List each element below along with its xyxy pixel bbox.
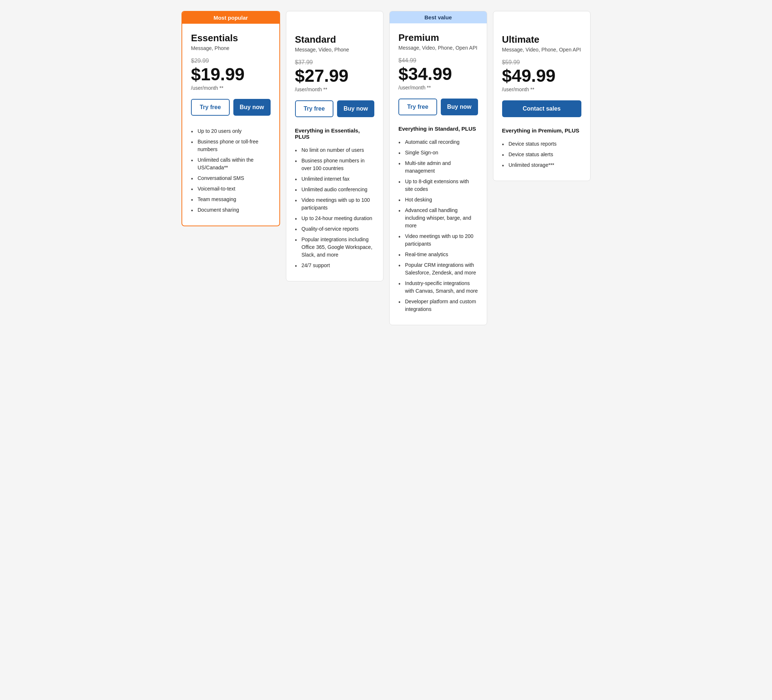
premium-feature-list: Automatic call recordingSingle Sign-onMu… <box>398 137 478 315</box>
standard-feature-7: Popular integrations including Office 36… <box>295 234 375 260</box>
premium-name: Premium <box>398 32 478 43</box>
premium-new-price: $34.99 <box>398 65 478 84</box>
essentials-body: EssentialsMessage, Phone$29.99$19.99/use… <box>182 24 280 225</box>
pricing-container: Most popularEssentialsMessage, Phone$29.… <box>182 11 590 325</box>
essentials-badge: Most popular <box>182 12 280 24</box>
standard-plus-label: Everything in Essentials, PLUS <box>295 127 375 140</box>
premium-body: PremiumMessage, Video, Phone, Open API$4… <box>390 23 487 325</box>
premium-feature-10: Developer platform and custom integratio… <box>398 296 478 315</box>
standard-tagline: Message, Video, Phone <box>295 47 375 52</box>
ultimate-price-suffix: /user/month ** <box>502 86 582 92</box>
essentials-feature-3: Conversational SMS <box>191 173 271 184</box>
premium-tagline: Message, Video, Phone, Open API <box>398 45 478 51</box>
essentials-buy-now-button[interactable]: Buy now <box>233 99 271 116</box>
ultimate-name: Ultimate <box>502 34 582 45</box>
essentials-try-free-button[interactable]: Try free <box>191 99 230 116</box>
premium-plus-label: Everything in Standard, PLUS <box>398 126 478 132</box>
ultimate-body: UltimateMessage, Video, Phone, Open API$… <box>493 25 590 181</box>
standard-feature-4: Video meetings with up to 100 participan… <box>295 195 375 213</box>
standard-buy-now-button[interactable]: Buy now <box>337 100 374 117</box>
plan-card-standard: StandardMessage, Video, Phone$37.99$27.9… <box>286 11 384 281</box>
premium-feature-0: Automatic call recording <box>398 137 478 147</box>
premium-feature-5: Advanced call handling including whisper… <box>398 205 478 231</box>
ultimate-feature-1: Device status alerts <box>502 149 582 160</box>
standard-body: StandardMessage, Video, Phone$37.99$27.9… <box>286 25 383 281</box>
essentials-btn-row: Try freeBuy now <box>191 99 271 116</box>
premium-btn-row: Try freeBuy now <box>398 98 478 115</box>
essentials-feature-4: Voicemail-to-text <box>191 184 271 194</box>
standard-feature-5: Up to 24-hour meeting duration <box>295 213 375 224</box>
standard-feature-8: 24/7 support <box>295 260 375 271</box>
premium-feature-8: Popular CRM integrations with Salesforce… <box>398 260 478 278</box>
premium-badge: Best value <box>390 11 487 23</box>
standard-badge-placeholder <box>286 11 383 25</box>
ultimate-old-price: $59.99 <box>502 59 582 66</box>
premium-buy-now-button[interactable]: Buy now <box>441 98 478 115</box>
ultimate-contact-sales-button[interactable]: Contact sales <box>502 100 582 117</box>
premium-try-free-button[interactable]: Try free <box>398 98 437 115</box>
ultimate-tagline: Message, Video, Phone, Open API <box>502 47 582 52</box>
ultimate-new-price: $49.99 <box>502 67 582 86</box>
essentials-feature-6: Document sharing <box>191 205 271 215</box>
premium-feature-9: Industry-specific integrations with Canv… <box>398 278 478 296</box>
ultimate-feature-list: Device status reportsDevice status alert… <box>502 139 582 170</box>
essentials-tagline: Message, Phone <box>191 45 271 51</box>
standard-feature-2: Unlimited internet fax <box>295 174 375 184</box>
standard-old-price: $37.99 <box>295 59 375 66</box>
premium-feature-2: Multi-site admin and management <box>398 158 478 176</box>
standard-feature-6: Quality-of-service reports <box>295 224 375 234</box>
standard-btn-row: Try freeBuy now <box>295 100 375 117</box>
ultimate-badge-placeholder <box>493 11 590 25</box>
standard-feature-1: Business phone numbers in over 100 count… <box>295 155 375 174</box>
plan-card-essentials: Most popularEssentialsMessage, Phone$29.… <box>182 11 280 226</box>
essentials-feature-5: Team messaging <box>191 194 271 205</box>
premium-feature-4: Hot desking <box>398 194 478 205</box>
essentials-new-price: $19.99 <box>191 65 271 84</box>
premium-price-suffix: /user/month ** <box>398 85 478 90</box>
essentials-feature-0: Up to 20 users only <box>191 126 271 137</box>
premium-feature-3: Up to 8-digit extensions with site codes <box>398 176 478 194</box>
standard-feature-3: Unlimited audio conferencing <box>295 184 375 195</box>
standard-name: Standard <box>295 34 375 45</box>
plan-card-premium: Best valuePremiumMessage, Video, Phone, … <box>389 11 487 325</box>
plan-card-ultimate: UltimateMessage, Video, Phone, Open API$… <box>493 11 591 181</box>
standard-price-suffix: /user/month ** <box>295 86 375 92</box>
ultimate-feature-2: Unlimited storage*** <box>502 160 582 170</box>
essentials-feature-2: Unlimited calls within the US/Canada** <box>191 155 271 173</box>
premium-old-price: $44.99 <box>398 57 478 64</box>
ultimate-feature-0: Device status reports <box>502 139 582 149</box>
ultimate-plus-label: Everything in Premium, PLUS <box>502 127 582 134</box>
premium-feature-7: Real-time analytics <box>398 249 478 260</box>
standard-feature-list: No limit on number of usersBusiness phon… <box>295 145 375 271</box>
essentials-price-suffix: /user/month ** <box>191 85 271 91</box>
standard-try-free-button[interactable]: Try free <box>295 100 334 117</box>
premium-feature-6: Video meetings with up to 200 participan… <box>398 231 478 249</box>
ultimate-btn-row: Contact sales <box>502 100 582 127</box>
essentials-old-price: $29.99 <box>191 58 271 64</box>
premium-feature-1: Single Sign-on <box>398 147 478 158</box>
essentials-feature-list: Up to 20 users onlyBusiness phone or tol… <box>191 126 271 215</box>
essentials-feature-1: Business phone or toll-free numbers <box>191 137 271 155</box>
standard-feature-0: No limit on number of users <box>295 145 375 155</box>
standard-new-price: $27.99 <box>295 67 375 86</box>
essentials-name: Essentials <box>191 33 271 44</box>
